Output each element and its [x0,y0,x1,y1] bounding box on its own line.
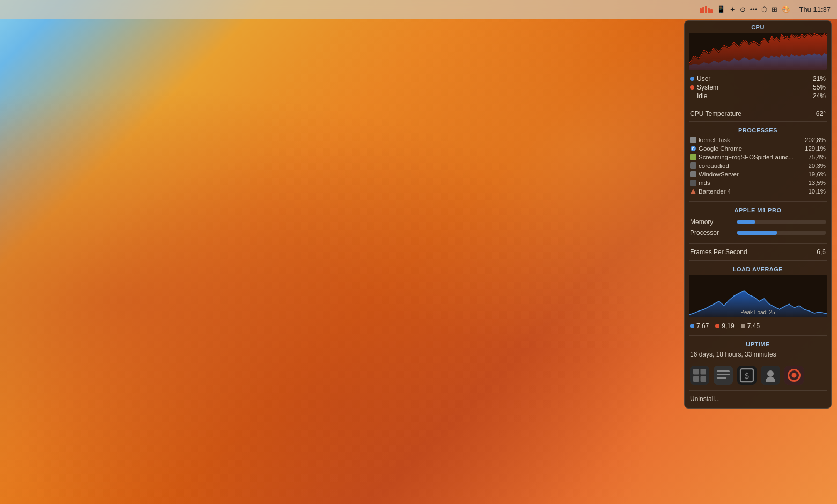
cpu-user-row: User 21% [690,75,826,83]
app-icon-1[interactable] [690,366,709,385]
fps-value: 6,6 [817,248,826,256]
uptime-section: 16 days, 18 hours, 33 minutes [685,350,831,362]
process-icon [690,154,696,160]
memory-progress-fill [737,220,755,224]
svg-rect-20 [717,374,730,375]
divider-7 [689,390,827,391]
processor-row: Processor [690,227,826,238]
load-val-3: 7,45 [741,322,760,330]
face-id-icon[interactable]: ⊙ [740,5,746,13]
processes-section-header: PROCESSES [685,124,831,136]
process-name-text: mds [699,180,710,186]
cpu-system-row: System 55% [690,83,826,92]
peak-load-label: Peak Load: 25 [689,309,827,315]
process-name-text: coreaudiod [699,162,729,169]
fps-label: Frames Per Second [690,248,747,256]
svg-rect-19 [717,370,730,372]
process-name-text: Google Chrome [699,145,742,152]
app-icon-4[interactable] [761,366,780,385]
cpu-section-header: CPU [685,21,831,33]
memory-row: Memory [690,217,826,227]
user-dot [690,77,694,81]
load-dot-3 [741,324,745,328]
process-value: 129,1% [805,145,826,152]
menubar: 📱 ✦ ⊙ ••• ⬡ ⊞ 🎨 Thu 11:37 [0,0,837,19]
process-row: ScreamingFrogSEOSpiderLaunc... 75,4% [690,153,826,161]
process-value: 75,4% [808,154,826,160]
stats-widget: CPU [684,20,832,409]
back-icon[interactable]: ⬡ [761,5,767,13]
cpu-user-value: 21% [813,75,826,83]
process-icon [690,162,696,169]
processor-label: Processor [690,229,733,236]
cpu-idle-value: 24% [813,92,826,100]
svg-text:G: G [692,147,695,151]
svg-rect-16 [693,376,699,382]
cpu-temp-value: 62° [816,110,826,117]
cpu-temp-label: CPU Temperature [690,110,741,117]
process-row: Bartender 4 10,1% [690,187,826,196]
cpu-idle-row: Idle 24% [690,92,826,100]
uptime-header: UPTIME [685,338,831,350]
svg-marker-10 [691,189,696,194]
uninstall-link[interactable]: Uninstall... [690,395,720,403]
process-row: kernel_task 202,8% [690,136,826,144]
color-icon[interactable]: 🎨 [782,5,790,13]
apple-m1-header: APPLE M1 PRO [685,204,831,216]
battery-stats-icon[interactable] [700,6,713,13]
grid-icon[interactable]: ⊞ [772,5,777,13]
process-value: 19,6% [808,171,826,177]
svg-point-29 [792,373,797,378]
svg-rect-17 [701,376,707,382]
divider-1 [689,106,827,106]
load-val-1-text: 7,67 [696,322,709,330]
process-icon [690,137,696,143]
divider-3 [689,201,827,202]
system-dot [690,85,694,90]
cpu-system-value: 55% [813,84,826,91]
svg-rect-7 [690,162,696,169]
cpu-graph [689,33,827,70]
menubar-time: Thu 11:37 [799,5,831,13]
load-val-3-text: 7,45 [747,322,760,330]
integration-icon[interactable]: ✦ [730,5,736,13]
load-val-2: 9,19 [715,322,734,330]
process-icon: G [690,145,696,152]
divider-4 [689,243,827,244]
cpu-temp-row: CPU Temperature 62° [685,108,831,119]
process-row: G Google Chrome 129,1% [690,144,826,153]
process-name-text: Bartender 4 [699,188,731,195]
process-icon [690,188,696,195]
svg-point-26 [767,370,774,377]
app-icon-5[interactable] [784,366,804,385]
phone-icon[interactable]: 📱 [717,5,725,13]
more-icon[interactable]: ••• [750,5,758,13]
process-row: WindowServer 19,6% [690,170,826,179]
svg-rect-15 [701,369,707,375]
process-value: 10,1% [808,188,826,195]
cpu-user-label: User [697,75,710,83]
load-dot-1 [690,324,694,328]
app-icon-3[interactable]: $ [737,366,757,385]
svg-rect-6 [690,154,696,160]
load-average-header: LOAD AVERAGE [685,263,831,275]
processes-list: kernel_task 202,8% G Google Chrome 129,1… [685,136,831,199]
process-row: mds 13,5% [690,179,826,187]
load-val-2-text: 9,19 [722,322,734,330]
cpu-system-label: System [697,84,718,91]
process-name-text: WindowServer [699,171,739,177]
uptime-value: 16 days, 18 hours, 33 minutes [690,351,776,358]
process-icon [690,171,696,177]
divider-2 [689,121,827,122]
m1-section: Memory Processor [685,216,831,241]
process-name-text: kernel_task [699,137,730,143]
processor-progress-bar [737,231,826,235]
load-graph: Peak Load: 25 [689,275,827,317]
process-value: 13,5% [808,180,826,186]
app-icon-2[interactable] [714,366,733,385]
processor-progress-fill [737,231,777,235]
memory-label: Memory [690,218,733,226]
svg-rect-3 [690,137,696,143]
process-name-text: ScreamingFrogSEOSpiderLaunc... [699,154,794,160]
memory-progress-bar [737,220,826,224]
